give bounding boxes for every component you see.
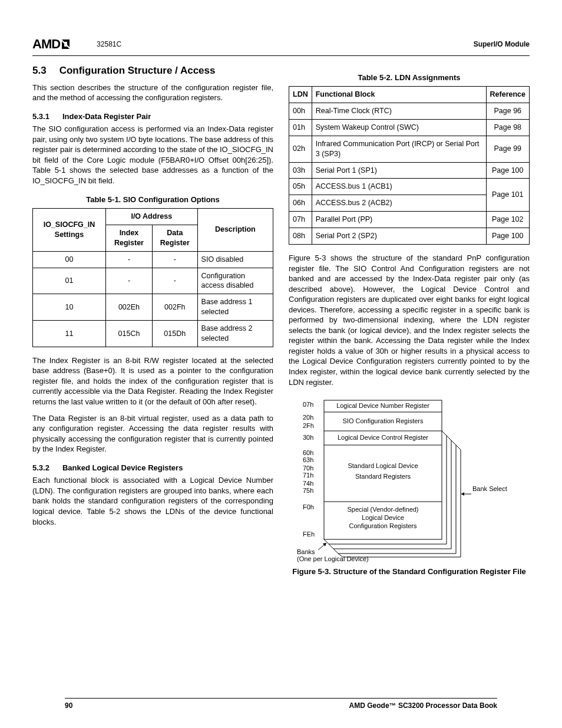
left-column: 5.3Configuration Structure / Access This… [32, 64, 273, 577]
table-row: 00hReal-Time Clock (RTC)Page 96 [289, 103, 530, 120]
addr-30h: 30h [303, 433, 313, 442]
table-row: 05hACCESS.bus 1 (ACB1)Page 101 [289, 179, 530, 195]
page-footer: 90 AMD Geode™ SC3200 Processor Data Book [65, 698, 497, 710]
right-column: Table 5-2. LDN Assignments LDN Functiona… [289, 64, 530, 577]
sub1-p3: The Data Register is an 8-bit virtual re… [32, 413, 273, 454]
banks-sublabel: (One per Logical Device) [297, 555, 369, 564]
table1-caption: Table 5-1. SIO Configuration Options [32, 195, 273, 205]
svg-marker-6 [461, 492, 464, 496]
amd-logo: AMD [32, 35, 73, 53]
addr-75h: 75h [303, 486, 313, 495]
table-row: 02hInfrared Communication Port (IRCP) or… [289, 136, 530, 162]
subsection-2-heading: 5.3.2Banked Logical Device Registers [32, 463, 273, 473]
figure-5-3: 07h 20h 2Fh 30h 60h 63h 70h 71h 74h 75h … [289, 397, 530, 562]
sub1-p1: The SIO configuration access is performe… [32, 124, 273, 186]
fig-row-std-a: Standard Logical Device [324, 462, 442, 470]
fig-row-spec-c: Configuration Registers [324, 522, 442, 531]
table-row: 08hSerial Port 2 (SP2)Page 100 [289, 228, 530, 245]
sub2-p1: Each functional block is associated with… [32, 475, 273, 527]
figure-caption: Figure 5-3. Structure of the Standard Co… [289, 566, 530, 577]
table-row: 10002Eh002FhBase address 1 selected [33, 294, 273, 321]
right-p1: Figure 5-3 shows the structure of the st… [289, 253, 530, 387]
table-sio-config: IO_SIOCFG_IN Settings I/O Address Descri… [32, 208, 273, 347]
fig-row-spec-b: Logical Device [324, 513, 442, 522]
addr-20h: 20h [303, 413, 313, 422]
table-row: 11015Ch015DhBase address 2 selected [33, 321, 273, 347]
fig-row-ldn: Logical Device Number Register [324, 401, 442, 410]
fig-row-sio: SIO Configuration Registers [324, 417, 442, 426]
fig-row-std-b: Standard Registers [324, 472, 442, 481]
addr-2Fh: 2Fh [303, 421, 314, 430]
header-rule [32, 55, 530, 56]
book-title: AMD Geode™ SC3200 Processor Data Book [349, 701, 497, 710]
doc-module: SuperI/O Module [474, 39, 530, 49]
addr-63h: 63h [303, 456, 313, 465]
table-row: 07hParallel Port (PP)Page 102 [289, 212, 530, 228]
page-header: AMD 32581C SuperI/O Module [32, 35, 530, 53]
svg-marker-8 [323, 543, 326, 546]
sub1-p2: The Index Register is an 8-bit R/W regis… [32, 355, 273, 407]
addr-F0h: F0h [303, 503, 314, 512]
section-heading: 5.3Configuration Structure / Access [32, 64, 273, 78]
fig-row-spec-a: Special (Vendor-defined) [324, 505, 442, 514]
addr-07h: 07h [303, 400, 313, 409]
doc-number: 32581C [97, 39, 121, 49]
addr-71h: 71h [303, 471, 313, 480]
table-row: 01--Configuration access disabled [33, 268, 273, 294]
page-number: 90 [65, 701, 72, 710]
fig-row-ldc: Logical Device Control Register [324, 433, 442, 442]
table-row: 01hSystem Wakeup Control (SWC)Page 98 [289, 119, 530, 136]
table2-caption: Table 5-2. LDN Assignments [289, 73, 530, 83]
table-ldn-assignments: LDN Functional Block Reference 00hReal-T… [289, 86, 530, 245]
table-row: 00--SIO disabled [33, 251, 273, 268]
bank-select-label: Bank Select [472, 485, 507, 493]
section-intro: This section describes the structure of … [32, 83, 273, 103]
subsection-1-heading: 5.3.1Index-Data Register Pair [32, 111, 273, 122]
amd-arrow-icon [61, 39, 73, 50]
table-row: 03hSerial Port 1 (SP1)Page 100 [289, 162, 530, 179]
addr-FEh: FEh [303, 530, 315, 539]
